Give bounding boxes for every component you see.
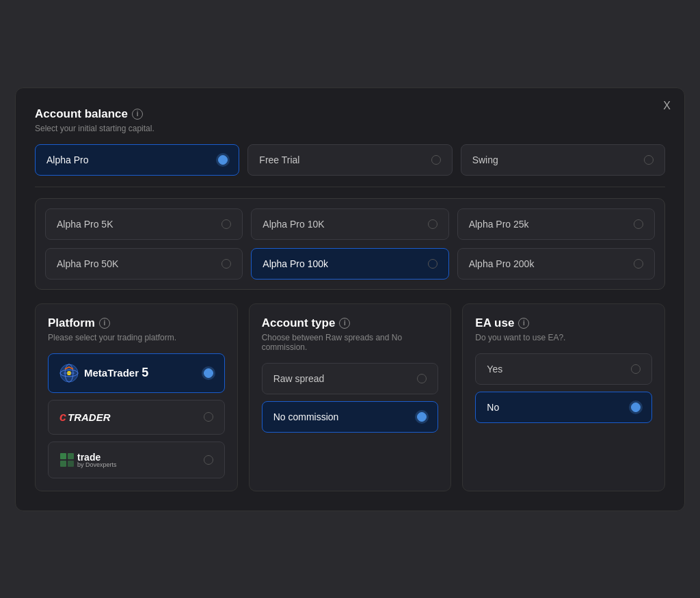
option-ea-no[interactable]: No xyxy=(475,392,652,423)
option-alpha-pro-25k-label: Alpha Pro 25k xyxy=(469,219,529,230)
ea-use-info-icon[interactable]: i xyxy=(518,318,529,329)
account-balance-label: Account balance xyxy=(35,107,128,121)
option-alpha-pro-50k-radio xyxy=(221,259,231,269)
option-swing-radio xyxy=(644,155,654,165)
option-free-trial[interactable]: Free Trial xyxy=(247,144,452,176)
option-no-commission[interactable]: No commission xyxy=(262,401,439,433)
account-type-title: Account type i xyxy=(262,316,439,330)
option-alpha-pro-10k-radio xyxy=(428,219,438,229)
option-ea-yes-radio xyxy=(631,364,641,374)
account-balance-section: Account balance i Select your initial st… xyxy=(35,107,665,290)
account-balance-sub-options: Alpha Pro 5K Alpha Pro 10K Alpha Pro 25k… xyxy=(35,198,665,290)
option-raw-spread-radio xyxy=(417,374,427,383)
ea-use-subtitle: Do you want to use EA?. xyxy=(475,333,652,342)
svg-rect-7 xyxy=(68,461,74,467)
ctrader-c-icon: c xyxy=(59,410,66,424)
option-alpha-pro-100k[interactable]: Alpha Pro 100k xyxy=(251,248,448,280)
option-raw-spread[interactable]: Raw spread xyxy=(262,363,439,394)
platform-label: Platform xyxy=(48,316,95,330)
option-ctrader[interactable]: c TRADER xyxy=(48,400,225,435)
dxtrade-sublabel: by Dovexperts xyxy=(77,461,117,468)
account-type-info-icon[interactable]: i xyxy=(339,318,350,329)
option-alpha-pro-50k[interactable]: Alpha Pro 50K xyxy=(45,248,243,280)
modal-container: X Account balance i Select your initial … xyxy=(15,87,685,511)
platform-options: MetaTrader 5 c TRADER xyxy=(48,353,225,478)
svg-rect-6 xyxy=(60,461,66,467)
option-ea-yes[interactable]: Yes xyxy=(475,353,652,385)
option-alpha-pro-100k-radio xyxy=(428,259,438,269)
account-balance-title: Account balance i xyxy=(35,107,665,121)
option-alpha-pro-5k[interactable]: Alpha Pro 5K xyxy=(45,208,243,240)
ctrader-rest-icon: TRADER xyxy=(68,411,111,423)
option-alpha-pro-5k-label: Alpha Pro 5K xyxy=(57,219,113,230)
option-alpha-pro-50k-label: Alpha Pro 50K xyxy=(57,258,118,269)
mt5-text: MetaTrader 5 xyxy=(84,366,148,380)
option-free-trial-label: Free Trial xyxy=(259,154,299,165)
ea-use-label: EA use xyxy=(475,316,514,330)
option-swing[interactable]: Swing xyxy=(461,144,665,176)
account-balance-subtitle: Select your initial starting capital. xyxy=(35,124,665,133)
option-alpha-pro-200k-label: Alpha Pro 200k xyxy=(469,258,535,269)
option-alpha-pro[interactable]: Alpha Pro xyxy=(35,144,239,176)
option-dxtrade-radio xyxy=(204,455,213,465)
option-alpha-pro-25k[interactable]: Alpha Pro 25k xyxy=(457,208,655,240)
option-alpha-pro-10k-label: Alpha Pro 10K xyxy=(262,219,324,230)
option-ea-yes-label: Yes xyxy=(487,364,502,375)
mt5-logo: MetaTrader 5 xyxy=(59,364,148,383)
ctrader-logo: c TRADER xyxy=(59,410,111,424)
option-swing-label: Swing xyxy=(472,154,498,165)
platform-title: Platform i xyxy=(48,316,225,330)
bottom-sections: Platform i Please select your trading pl… xyxy=(35,303,665,491)
option-free-trial-radio xyxy=(431,155,441,165)
svg-rect-4 xyxy=(60,453,66,459)
close-button[interactable]: X xyxy=(663,100,671,111)
option-ctrader-radio xyxy=(204,412,213,422)
platform-section: Platform i Please select your trading pl… xyxy=(35,303,238,491)
option-no-commission-radio xyxy=(417,412,427,422)
account-type-options: Raw spread No commission xyxy=(262,363,439,433)
account-type-subtitle: Choose between Raw spreads and No commis… xyxy=(262,333,439,352)
dxtrade-icon xyxy=(59,452,75,467)
divider-top xyxy=(35,187,665,187)
option-alpha-pro-10k[interactable]: Alpha Pro 10K xyxy=(251,208,448,240)
platform-info-icon[interactable]: i xyxy=(99,318,110,329)
account-type-section: Account type i Choose between Raw spread… xyxy=(249,303,452,491)
option-mt5-radio xyxy=(204,368,213,378)
option-alpha-pro-200k-radio xyxy=(634,259,643,269)
ea-use-title: EA use i xyxy=(475,316,652,330)
option-mt5[interactable]: MetaTrader 5 xyxy=(48,353,225,393)
option-raw-spread-label: Raw spread xyxy=(273,373,325,384)
account-balance-top-options: Alpha Pro Free Trial Swing xyxy=(35,144,665,176)
ea-use-section: EA use i Do you want to use EA?. Yes No xyxy=(462,303,665,491)
option-no-commission-label: No commission xyxy=(273,411,339,422)
dxtrade-logo: trade by Dovexperts xyxy=(59,452,117,468)
option-alpha-pro-label: Alpha Pro xyxy=(46,154,88,165)
account-balance-info-icon[interactable]: i xyxy=(132,109,143,120)
svg-rect-5 xyxy=(68,453,74,459)
option-ea-no-radio xyxy=(631,403,641,412)
platform-subtitle: Please select your trading platform. xyxy=(48,333,225,342)
mt5-globe-icon xyxy=(59,364,79,383)
option-ea-no-label: No xyxy=(487,402,499,413)
account-type-label: Account type xyxy=(262,316,336,330)
option-alpha-pro-radio xyxy=(218,155,228,165)
option-dxtrade[interactable]: trade by Dovexperts xyxy=(48,441,225,478)
option-alpha-pro-100k-label: Alpha Pro 100k xyxy=(262,258,328,269)
option-alpha-pro-25k-radio xyxy=(634,219,643,229)
option-alpha-pro-200k[interactable]: Alpha Pro 200k xyxy=(457,248,655,280)
option-alpha-pro-5k-radio xyxy=(221,219,231,229)
ea-use-options: Yes No xyxy=(475,353,652,423)
